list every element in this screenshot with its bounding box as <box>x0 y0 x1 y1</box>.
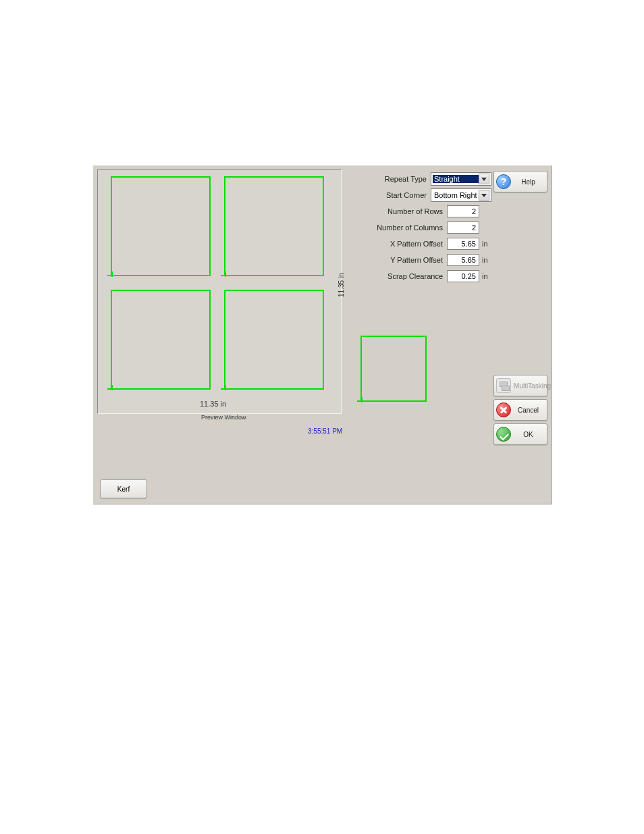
y-offset-label: Y Pattern Offset <box>356 256 447 264</box>
multitasking-button-label: MultiTasking <box>514 382 551 390</box>
kerf-button-label: Kerf <box>117 486 130 493</box>
preview-y-dimension: 11.35 in <box>338 273 345 297</box>
preview-caption: Preview Window <box>201 414 246 421</box>
shape-tick <box>225 385 226 390</box>
shape-tick <box>225 271 226 277</box>
multitasking-button[interactable]: MultiTasking <box>493 375 547 396</box>
preview-panel <box>97 170 342 414</box>
multitasking-icon <box>496 378 511 393</box>
single-shape-preview <box>360 336 427 402</box>
preview-shape <box>224 176 324 276</box>
start-corner-label: Start Corner <box>356 191 431 199</box>
shape-tick <box>111 385 113 390</box>
cols-label: Number of Columns <box>356 224 447 232</box>
chevron-down-icon <box>479 174 489 184</box>
shape-tick <box>361 397 363 402</box>
repeat-type-value: Straight <box>433 175 479 183</box>
form-area: Repeat Type Straight Start Corner Bottom… <box>356 171 491 284</box>
ok-button[interactable]: OK <box>493 423 547 445</box>
x-offset-unit: in <box>479 240 491 248</box>
rows-label: Number of Rows <box>356 207 447 215</box>
preview-x-dimension: 11.35 in <box>200 400 226 408</box>
x-offset-input[interactable] <box>447 238 479 250</box>
cancel-icon <box>496 402 511 417</box>
help-button[interactable]: ? Help <box>493 171 547 192</box>
preview-shape <box>111 176 211 276</box>
help-button-label: Help <box>514 178 543 186</box>
ok-icon <box>496 427 511 442</box>
cancel-button[interactable]: Cancel <box>493 399 547 421</box>
repeat-type-select[interactable]: Straight <box>431 172 491 186</box>
app-window: 11.35 in 11.35 in Preview Window 3:55:51… <box>93 165 552 504</box>
rows-input[interactable] <box>447 205 479 217</box>
repeat-type-label: Repeat Type <box>356 175 431 183</box>
kerf-button[interactable]: Kerf <box>100 479 147 498</box>
preview-canvas <box>98 170 341 413</box>
start-corner-select[interactable]: Bottom Right <box>431 188 491 202</box>
help-icon: ? <box>496 174 511 189</box>
y-offset-unit: in <box>479 256 491 264</box>
timestamp: 3:55:51 PM <box>308 427 342 435</box>
scrap-input[interactable] <box>447 270 479 282</box>
preview-shape <box>224 290 324 390</box>
scrap-label: Scrap Clearance <box>356 272 447 280</box>
x-offset-label: X Pattern Offset <box>356 240 447 248</box>
y-offset-input[interactable] <box>447 254 479 266</box>
scrap-unit: in <box>479 272 491 280</box>
preview-shape <box>111 290 211 390</box>
cancel-button-label: Cancel <box>514 407 543 414</box>
start-corner-value: Bottom Right <box>433 191 479 199</box>
shape-tick <box>111 271 113 277</box>
chevron-down-icon <box>479 190 489 201</box>
cols-input[interactable] <box>447 221 479 234</box>
ok-button-label: OK <box>514 431 543 438</box>
